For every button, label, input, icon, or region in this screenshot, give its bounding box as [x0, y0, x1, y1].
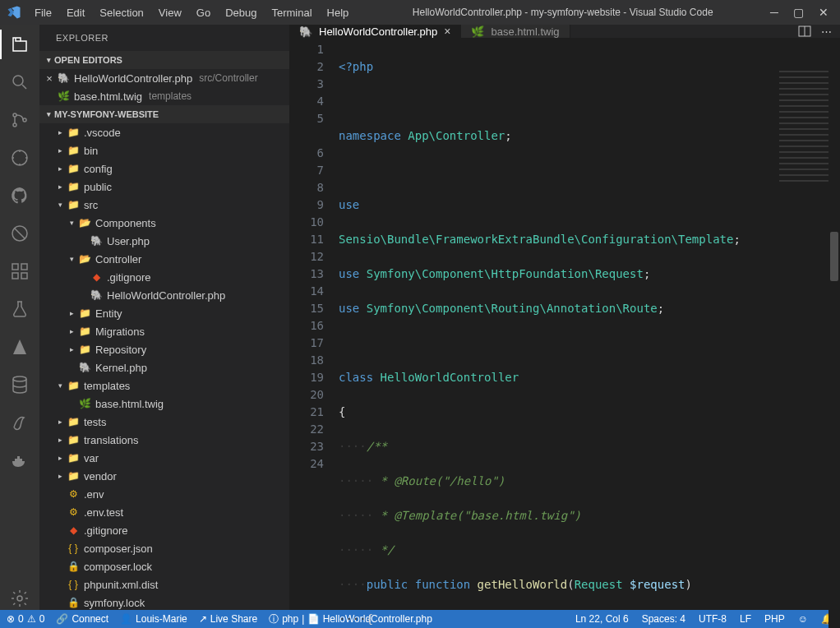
twistie-icon[interactable]: ▾ [54, 201, 66, 209]
status-connect[interactable]: 🔗 Connect [56, 613, 108, 625]
tree-item[interactable]: ⚙.env.test [39, 503, 289, 521]
folder-icon: 📁 [66, 378, 81, 393]
docker-icon[interactable] [8, 449, 31, 472]
tree-item[interactable]: ◆.gitignore [39, 268, 289, 286]
tree-item[interactable]: { }phpunit.xml.dist [39, 575, 289, 593]
twistie-icon[interactable]: ▸ [54, 182, 66, 191]
database-icon[interactable] [8, 373, 31, 396]
tree-item-label: .env [84, 488, 104, 501]
close-editor-icon[interactable]: × [43, 72, 56, 85]
tree-item[interactable]: ▸📁var [39, 449, 289, 467]
twistie-icon[interactable]: ▾ [54, 381, 66, 390]
tree-item[interactable]: ◆.gitignore [39, 521, 289, 539]
minimize-button[interactable]: ─ [770, 6, 778, 19]
menu-view[interactable]: View [152, 3, 188, 22]
status-errors[interactable]: ⊗ 0 ⚠ 0 [7, 613, 44, 625]
tree-item[interactable]: ▸📁vendor [39, 467, 289, 485]
tree-item[interactable]: ▾📁src [39, 196, 289, 214]
tree-item[interactable]: ▸📁tests [39, 413, 289, 431]
tree-item[interactable]: ▸📁translations [39, 431, 289, 449]
open-editor-item[interactable]: 🌿base.html.twigtemplates [39, 87, 289, 105]
code-area[interactable]: 123456789101112131415161718192021222324 … [289, 38, 840, 628]
tree-item[interactable]: ▸📁Migrations [39, 322, 289, 340]
twistie-icon[interactable]: ▸ [54, 472, 66, 480]
menu-go[interactable]: Go [190, 3, 217, 22]
tree-item[interactable]: 🐘HelloWorldController.php [39, 286, 289, 304]
menu-terminal[interactable]: Terminal [265, 3, 318, 22]
gitignore-icon: ◆ [89, 270, 104, 284]
symfony-icon[interactable] [8, 411, 31, 434]
tree-item[interactable]: 🔒symfony.lock [39, 593, 289, 610]
twistie-icon[interactable]: ▸ [54, 146, 66, 155]
tree-item[interactable]: ▸📁bin [39, 141, 289, 159]
tree-item-label: base.html.twig [95, 398, 164, 410]
tree-item[interactable]: 🔒composer.lock [39, 557, 289, 575]
menu-file[interactable]: File [28, 3, 58, 22]
status-liveshare[interactable]: ↗ Live Share [199, 613, 257, 625]
project-header[interactable]: ▾MY-SYMFONY-WEBSITE [39, 105, 289, 123]
tree-item[interactable]: ▸📁config [39, 159, 289, 178]
close-button[interactable]: ✕ [819, 6, 828, 19]
tab-label: base.html.twig [491, 25, 559, 38]
twistie-icon[interactable]: ▸ [54, 454, 66, 462]
code-content[interactable]: <?php namespace App\Controller; use Sens… [339, 38, 840, 628]
tree-item[interactable]: ▾📂Components [39, 214, 289, 232]
split-editor-icon[interactable] [798, 25, 811, 38]
twistie-icon[interactable]: ▸ [54, 128, 66, 136]
tree-item[interactable]: { }composer.json [39, 539, 289, 557]
tree-item[interactable]: ▾📂Controller [39, 250, 289, 268]
github-icon[interactable] [8, 184, 31, 207]
twistie-icon[interactable]: ▸ [66, 327, 77, 335]
source-control-icon[interactable] [8, 109, 31, 132]
open-editors-header[interactable]: ▾OPEN EDITORS [39, 51, 289, 69]
menu-edit[interactable]: Edit [60, 3, 91, 22]
twistie-icon[interactable]: ▸ [54, 418, 66, 426]
tree-item[interactable]: ▸📁Entity [39, 304, 289, 322]
minimap[interactable] [779, 71, 828, 186]
twistie-icon[interactable]: ▸ [54, 164, 66, 173]
tree-item[interactable]: ▸📁Repository [39, 340, 289, 358]
twistie-icon[interactable]: ▸ [66, 309, 77, 317]
twistie-icon[interactable]: ▾ [66, 255, 77, 263]
tree-item-label: bin [84, 145, 98, 157]
more-actions-icon[interactable]: ⋯ [821, 25, 832, 38]
tree-item[interactable]: 🐘User.php [39, 232, 289, 250]
menu-debug[interactable]: Debug [219, 3, 263, 22]
settings-gear-icon[interactable] [8, 587, 31, 610]
folder-icon: 📁 [66, 179, 81, 194]
editor-tabs: 🐘HelloWorldController.php×🌿base.html.twi… [289, 25, 840, 38]
open-editor-label: base.html.twig [74, 90, 142, 103]
tree-item[interactable]: 🐘Kernel.php [39, 358, 289, 376]
twistie-icon[interactable]: ▸ [66, 345, 77, 353]
tree-item-label: templates [84, 380, 130, 392]
folder-icon: 📁 [66, 432, 81, 447]
tree-item-label: translations [84, 434, 138, 446]
menu-selection[interactable]: Selection [93, 3, 150, 22]
explorer-icon[interactable] [8, 33, 31, 56]
editor-tab[interactable]: 🐘HelloWorldController.php× [289, 25, 461, 38]
menu-bar: FileEditSelectionViewGoDebugTerminalHelp [28, 3, 355, 22]
no-bug-icon[interactable] [8, 222, 31, 245]
tree-item[interactable]: ▸📁.vscode [39, 123, 289, 141]
tree-item[interactable]: ▸📁public [39, 178, 289, 196]
tree-item[interactable]: 🌿base.html.twig [39, 395, 289, 413]
twistie-icon[interactable]: ▸ [54, 436, 66, 444]
vertical-scrollbar[interactable] [828, 67, 840, 628]
debug-icon[interactable] [8, 146, 31, 169]
maximize-button[interactable]: ▢ [793, 6, 804, 19]
tab-close-icon[interactable]: × [444, 25, 450, 38]
azure-icon[interactable] [8, 335, 31, 358]
twistie-icon[interactable]: ▾ [66, 219, 77, 227]
status-author[interactable]: 👤 Louis-Marie [120, 613, 187, 625]
tree-item[interactable]: ⚙.env [39, 485, 289, 503]
open-editor-item[interactable]: ×🐘HelloWorldController.phpsrc/Controller [39, 69, 289, 87]
menu-help[interactable]: Help [321, 3, 356, 22]
tree-item[interactable]: ▾📁templates [39, 376, 289, 395]
extensions-icon[interactable] [8, 260, 31, 283]
twig-icon: 🌿 [56, 89, 71, 104]
tree-item-label: Kernel.php [95, 362, 147, 374]
vscode-logo-icon [7, 5, 21, 20]
editor-tab[interactable]: 🌿base.html.twig [461, 25, 570, 38]
search-icon[interactable] [8, 71, 31, 94]
beaker-icon[interactable] [8, 298, 31, 321]
